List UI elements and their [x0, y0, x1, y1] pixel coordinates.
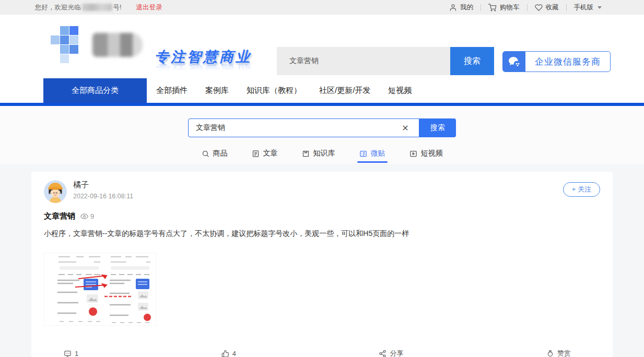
article-icon — [252, 150, 260, 158]
header-search-button[interactable]: 搜索 — [450, 47, 494, 75]
nav-item-plugins[interactable]: 全部插件 — [156, 86, 188, 96]
cart-icon — [488, 3, 497, 11]
tab-products-label: 商品 — [213, 149, 228, 158]
welcome-prefix: 您好，欢迎光临 — [35, 3, 81, 12]
tab-knowledge[interactable]: 知识库 — [302, 149, 335, 163]
tab-micro-posts-label: 微贴 — [371, 149, 385, 158]
post-timestamp: 2022-09-16 16:08:11 — [73, 193, 133, 200]
tab-short-videos-label: 短视频 — [421, 149, 443, 158]
header: 专注智慧商业 专注智慧商业 搜索 企业微信服务商 — [0, 15, 644, 78]
page: 您好，欢迎光临 号! 退出登录 我的 购物车 — [0, 0, 644, 357]
nav-all-categories[interactable]: 全部商品分类 — [43, 78, 147, 103]
post-title[interactable]: 文章营销 — [44, 211, 75, 221]
reward-icon — [546, 350, 554, 357]
favorites-link[interactable]: 收藏 — [528, 3, 566, 12]
slogan-reflection: 专注智慧商业 — [155, 64, 252, 73]
header-search: 搜索 — [277, 47, 494, 75]
my-account-link[interactable]: 我的 — [442, 3, 481, 12]
mobile-version-menu[interactable]: 手机版 — [567, 3, 610, 12]
search-icon — [202, 150, 209, 158]
welcome-suffix: 号! — [113, 3, 122, 12]
logout-link[interactable]: 退出登录 — [136, 3, 162, 12]
cart-link[interactable]: 购物车 — [481, 3, 527, 12]
tab-articles[interactable]: 文章 — [252, 149, 278, 163]
reward-action[interactable]: 赞赏 — [546, 349, 571, 357]
nav-item-short-video[interactable]: 短视频 — [388, 86, 412, 96]
clear-search-icon[interactable]: ✕ — [397, 118, 413, 137]
share-icon — [379, 350, 387, 357]
logo-icon — [51, 26, 88, 64]
wecom-icon — [503, 52, 525, 72]
micro-post-icon — [359, 150, 367, 158]
nav-item-cases[interactable]: 案例库 — [205, 86, 229, 96]
share-label: 分享 — [390, 349, 403, 357]
censored-logo-text — [92, 33, 143, 57]
post-body: 小程序，文章营销--文章的标题字号有点大了，不太协调，建议把标题字号改小，美观一… — [44, 228, 600, 239]
tab-products[interactable]: 商品 — [202, 149, 228, 163]
content-area: 橘子 2022-09-16 16:08:11 + 关注 文章营销 9 小程序，文… — [0, 164, 644, 357]
wecom-service-button[interactable]: 企业微信服务商 — [502, 51, 611, 72]
thumbs-up-icon — [221, 350, 229, 357]
content-search-input[interactable] — [188, 118, 419, 137]
cart-label: 购物车 — [500, 3, 520, 12]
my-account-label: 我的 — [460, 3, 473, 12]
tab-short-videos[interactable]: 短视频 — [409, 149, 443, 163]
topbar: 您好，欢迎光临 号! 退出登录 我的 购物车 — [0, 0, 644, 15]
slogan: 专注智慧商业 专注智慧商业 — [155, 50, 252, 73]
post-author[interactable]: 橘子 — [73, 180, 133, 190]
nav-item-community[interactable]: 社区/更新/开发 — [319, 86, 370, 96]
post-actions: 1 4 分享 赞赏 — [44, 349, 600, 357]
comment-count: 1 — [75, 350, 78, 357]
wecom-label: 企业微信服务商 — [525, 52, 610, 72]
result-filter-tabs: 商品 文章 知识库 微贴 — [0, 149, 644, 164]
video-icon — [409, 150, 417, 158]
follow-button[interactable]: + 关注 — [563, 182, 600, 197]
post-card: 橘子 2022-09-16 16:08:11 + 关注 文章营销 9 小程序，文… — [31, 172, 613, 357]
tab-knowledge-label: 知识库 — [313, 149, 335, 158]
site-logo[interactable] — [51, 26, 143, 64]
share-action[interactable]: 分享 — [379, 349, 403, 357]
view-count: 9 — [80, 212, 94, 220]
censored-username — [82, 4, 112, 11]
nav-item-knowledge[interactable]: 知识库（教程） — [247, 86, 301, 96]
search-section: ✕ 搜索 商品 文章 知识库 — [0, 106, 644, 164]
like-count: 4 — [232, 350, 236, 357]
header-search-input[interactable] — [277, 47, 450, 75]
reward-label: 赞赏 — [557, 349, 571, 357]
eye-icon — [80, 212, 88, 220]
content-search-button[interactable]: 搜索 — [419, 118, 456, 137]
post-image[interactable] — [44, 253, 156, 326]
comment-icon — [64, 350, 72, 357]
tab-articles-label: 文章 — [263, 149, 278, 158]
heart-icon — [535, 4, 543, 11]
welcome-text: 您好，欢迎光临 号! — [35, 3, 121, 12]
comment-action[interactable]: 1 — [64, 349, 78, 357]
favorites-label: 收藏 — [546, 3, 559, 12]
tab-micro-posts[interactable]: 微贴 — [359, 149, 385, 163]
caret-down-icon — [598, 6, 602, 9]
view-count-value: 9 — [90, 212, 94, 220]
avatar[interactable] — [44, 180, 67, 203]
slogan-text: 专注智慧商业 — [155, 50, 252, 64]
main-nav: 全部商品分类 全部插件 案例库 知识库（教程） 社区/更新/开发 短视频 — [0, 78, 644, 103]
knowledge-icon — [302, 150, 310, 158]
like-action[interactable]: 4 — [221, 349, 236, 357]
mobile-version-label: 手机版 — [574, 3, 594, 12]
user-icon — [449, 4, 457, 11]
